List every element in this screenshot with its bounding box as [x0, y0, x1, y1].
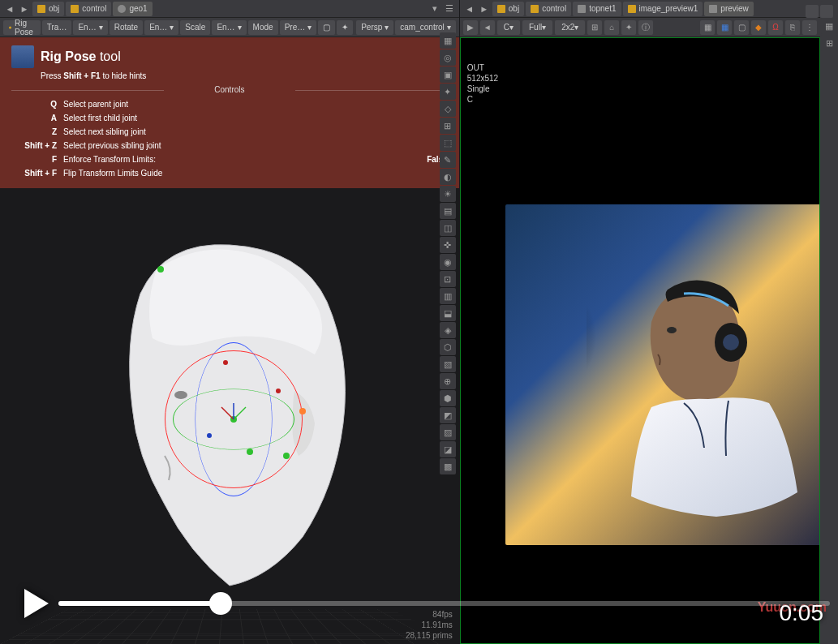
fit-select[interactable]: Full ▾ [522, 20, 552, 35]
render-tool-icon[interactable]: ⎘ [785, 20, 800, 35]
render-output-image [505, 204, 820, 545]
tab-obj[interactable]: obj [32, 2, 64, 16]
grid-select[interactable]: 2x2 ▾ [555, 20, 585, 35]
side-tool-icon[interactable]: ⬡ [440, 339, 456, 355]
side-tool-icon[interactable]: ▧ [440, 356, 456, 372]
render-tool-icon[interactable]: ⊞ [587, 20, 602, 35]
side-tool-icon[interactable]: ⬚ [440, 135, 456, 151]
side-tool-icon[interactable]: ◎ [440, 49, 456, 66]
render-tool-icon[interactable]: ▦ [700, 20, 715, 35]
side-tool-icon[interactable]: ◩ [440, 407, 456, 423]
render-tool-icon[interactable]: ▦ [717, 20, 732, 35]
rigpose-title: Rig Pose tool [41, 49, 121, 64]
rigpose-hint: Press Shift + F1 to hide hints [41, 71, 448, 80]
pane-menu-icon[interactable]: ☰ [443, 2, 456, 15]
enable-button-2[interactable]: En… ▾ [144, 20, 178, 35]
side-tool-icon[interactable]: ◪ [440, 441, 456, 457]
side-tool-icon[interactable]: ◐ [440, 169, 456, 185]
render-toolbar: ▶ ◄ C ▾ Full ▾ 2x2 ▾ ⊞ ⌂ ✦ ⓘ ▦ ▦ ▢ ◆ Ω ⎘… [460, 18, 820, 37]
side-tool-icon[interactable]: ⬢ [440, 390, 456, 406]
pre-button[interactable]: Pre… ▾ [280, 20, 317, 35]
svg-line-11 [221, 407, 234, 419]
chevron-down-icon[interactable]: ▾ [428, 2, 441, 15]
back-arrow-icon[interactable]: ◄ [3, 2, 16, 15]
render-tool-icon[interactable]: ✦ [621, 20, 636, 35]
side-tool-icon[interactable]: ▣ [440, 67, 456, 83]
render-back-icon[interactable]: ◄ [480, 20, 495, 35]
svg-line-10 [234, 407, 246, 419]
tab-obj[interactable]: obj [492, 2, 524, 16]
magnet-icon[interactable]: Ω [768, 20, 783, 35]
side-tool-icon[interactable]: ◫ [440, 220, 456, 236]
rotate-button[interactable]: Rotate [110, 20, 143, 35]
side-tool-icon[interactable]: ▥ [440, 288, 456, 304]
svg-point-0 [9, 26, 11, 28]
render-start-icon[interactable]: ▶ [463, 20, 478, 35]
side-tool-icon[interactable]: ▨ [440, 424, 456, 440]
side-tool-icon[interactable]: ▦ [440, 32, 456, 49]
side-tool-icon[interactable]: ☀ [440, 186, 456, 202]
tab-control[interactable]: control [526, 2, 571, 16]
side-tool-icon[interactable]: ✎ [440, 152, 456, 168]
tool-compass-button[interactable]: ✦ [337, 20, 353, 35]
render-tool-icon[interactable]: ◆ [751, 20, 766, 35]
network-icon [578, 5, 586, 13]
side-tool-icon[interactable]: ◇ [440, 101, 456, 117]
side-tool-icon[interactable]: ⬓ [440, 305, 456, 321]
side-tool-icon[interactable]: ⊞ [440, 118, 456, 134]
tool-square-button[interactable]: ▢ [318, 20, 335, 35]
tab-preview[interactable]: preview [704, 2, 753, 16]
shortcut-row: Shift + ZSelect previous sibling joint [11, 139, 448, 152]
render-viewport[interactable]: OUT 512x512 Single C [460, 37, 820, 644]
gutter-tool-icon[interactable]: ⊞ [821, 35, 837, 51]
side-tool-icon[interactable]: ◉ [440, 254, 456, 270]
enable-button-1[interactable]: En… ▾ [73, 20, 107, 35]
svg-point-7 [223, 360, 228, 365]
render-tool-icon[interactable]: ⌂ [604, 20, 619, 35]
side-tool-icon[interactable]: ▤ [440, 203, 456, 219]
render-tool-icon[interactable]: ⋮ [802, 20, 817, 35]
side-tool-icon[interactable]: ▩ [440, 458, 456, 474]
viewport-3d[interactable]: 84fps 11.91ms 28,115 prims [0, 188, 459, 644]
persp-dropdown[interactable]: Persp▾ [356, 20, 393, 35]
translate-button[interactable]: Tra… [42, 20, 72, 35]
rigpose-icon [11, 45, 34, 68]
svg-point-16 [667, 327, 677, 333]
joint-markers [51, 204, 408, 626]
enable-button-3[interactable]: En… ▾ [212, 20, 246, 35]
svg-point-2 [157, 266, 164, 273]
box-icon [531, 5, 539, 13]
right-gutter-toolbar: ◐ ▦ ⊞ [820, 0, 838, 644]
channel-select[interactable]: C ▾ [497, 20, 520, 35]
rendered-figure [587, 253, 814, 529]
tab-geo1[interactable]: geo1 [113, 2, 152, 16]
svg-point-15 [723, 334, 739, 350]
side-tool-icon[interactable]: ⊕ [440, 373, 456, 389]
forward-arrow-icon[interactable]: ► [478, 2, 491, 15]
tab-control[interactable]: control [66, 2, 111, 16]
tab-image-preview[interactable]: image_preview1 [623, 2, 703, 16]
render-tool-icon[interactable]: ▢ [734, 20, 749, 35]
rigpose-tool-button[interactable]: Rig Pose [3, 20, 41, 35]
shortcut-row: QSelect parent joint [11, 97, 448, 111]
side-tool-icon[interactable]: ✦ [440, 84, 456, 100]
scale-button[interactable]: Scale [180, 20, 210, 35]
forward-arrow-icon[interactable]: ► [18, 2, 31, 15]
gutter-tool-icon[interactable]: ▦ [821, 18, 837, 34]
side-tool-icon[interactable]: ◈ [440, 322, 456, 338]
tab-topnet[interactable]: topnet1 [573, 2, 621, 16]
pane-menu-icon[interactable] [820, 5, 833, 18]
render-tool-icon[interactable]: ⓘ [638, 20, 653, 35]
svg-point-8 [276, 389, 281, 393]
back-arrow-icon[interactable]: ◄ [463, 2, 476, 15]
svg-point-5 [283, 453, 290, 459]
pane-pin-icon[interactable] [806, 5, 819, 18]
mode-button[interactable]: Mode [248, 20, 278, 35]
side-tool-icon[interactable]: ✜ [440, 237, 456, 253]
shortcut-row: ASelect first child joint [11, 111, 448, 125]
side-tool-icon[interactable]: ⊡ [440, 271, 456, 287]
gear-icon [118, 5, 126, 13]
viewport-stats: 84fps 11.91ms 28,115 prims [406, 609, 453, 641]
network-icon [709, 5, 717, 13]
viewport-toolbar: Rig Pose Tra… En… ▾ Rotate En… ▾ Scale E… [0, 18, 459, 37]
